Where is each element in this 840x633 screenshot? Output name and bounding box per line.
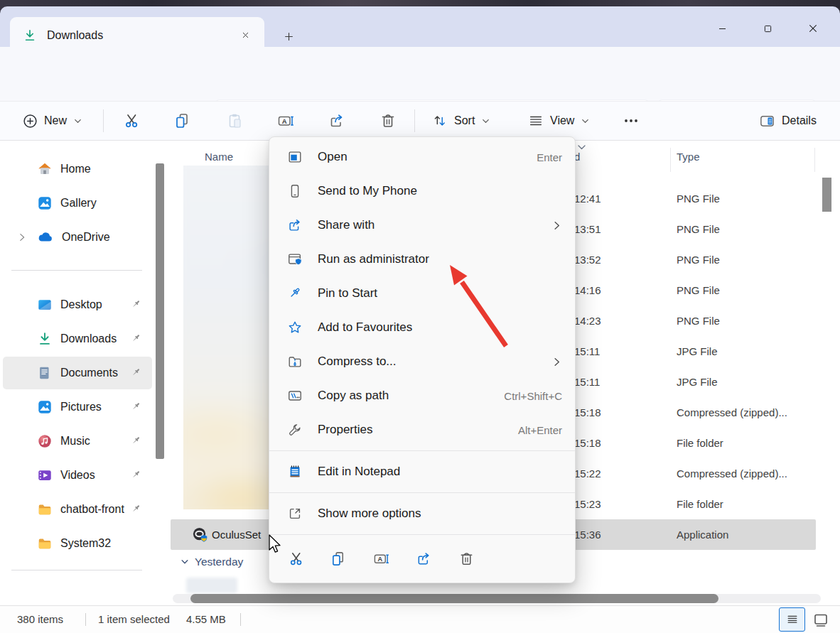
- pin-icon: [130, 435, 142, 447]
- selected-file-name: OculusSet: [212, 519, 261, 550]
- menu-shortcut: Enter: [537, 151, 562, 163]
- horizontal-scrollbar-thumb[interactable]: [190, 594, 718, 603]
- file-type: JPG File: [677, 367, 718, 397]
- pin-icon: [130, 367, 142, 379]
- sidebar-item-music[interactable]: Music: [3, 425, 152, 458]
- menu-label: Run as administrator: [318, 252, 429, 266]
- menu-label: Properties: [318, 423, 372, 437]
- sidebar-item-system32[interactable]: System32: [3, 527, 152, 560]
- menu-item-compress-to[interactable]: Compress to...: [269, 345, 575, 379]
- new-button[interactable]: New: [16, 107, 90, 135]
- column-header-type[interactable]: Type: [677, 151, 700, 163]
- sort-direction-icon: [577, 144, 586, 151]
- close-button[interactable]: [790, 13, 836, 44]
- view-label: View: [550, 114, 574, 127]
- cut-button[interactable]: [117, 107, 146, 135]
- rename-button[interactable]: [271, 107, 300, 135]
- sidebar-item-documents[interactable]: Documents: [3, 357, 152, 389]
- menu-item-show-more-options[interactable]: Show more options: [269, 497, 575, 531]
- sidebar-item-pictures[interactable]: Pictures: [3, 391, 152, 423]
- downloads-icon: [37, 331, 53, 347]
- sidebar-item-chatbot-front[interactable]: chatbot-front: [3, 493, 152, 526]
- sort-button[interactable]: Sort: [426, 107, 496, 135]
- close-icon: [807, 23, 819, 34]
- new-tab-button[interactable]: [279, 27, 298, 45]
- sidebar-label: Desktop: [60, 298, 102, 311]
- sidebar-item-downloads[interactable]: Downloads: [3, 323, 152, 355]
- menu-item-add-to-favourites[interactable]: Add to Favourites: [269, 310, 575, 345]
- sidebar-divider: [11, 270, 142, 271]
- menu-label: Add to Favourites: [318, 320, 412, 335]
- details-view-toggle[interactable]: [779, 607, 805, 632]
- menu-item-share-with[interactable]: Share with: [269, 208, 575, 242]
- menu-item-edit-in-notepad[interactable]: Edit in Notepad: [269, 455, 575, 489]
- more-icon: [623, 112, 640, 129]
- menu-item-run-as-administrator[interactable]: Run as administrator: [269, 242, 575, 276]
- copy-path-icon: [287, 388, 303, 404]
- delete-button[interactable]: [374, 107, 402, 135]
- partial-thumbnail: [186, 578, 237, 593]
- copy-button[interactable]: [317, 543, 360, 574]
- file-date: 12:41: [574, 183, 601, 214]
- column-separator[interactable]: [670, 148, 671, 172]
- pictures-icon: [37, 399, 53, 415]
- chevron-down-icon: [581, 117, 590, 126]
- pin-icon: [130, 332, 142, 345]
- vertical-scrollbar-thumb[interactable]: [822, 178, 831, 212]
- sidebar-label: Home: [60, 163, 91, 175]
- minimize-icon: [717, 23, 728, 34]
- expand-chevron-icon[interactable]: [17, 232, 27, 242]
- large-icons-view-toggle[interactable]: [811, 610, 831, 629]
- menu-item-open[interactable]: Open Enter: [269, 140, 575, 174]
- menu-separator: [269, 534, 575, 535]
- sidebar-item-gallery[interactable]: Gallery: [3, 187, 152, 220]
- tab-close-icon[interactable]: [236, 26, 254, 45]
- details-button[interactable]: Details: [753, 107, 822, 135]
- sidebar-label: System32: [60, 537, 111, 550]
- menu-item-copy-as-path[interactable]: Copy as path Ctrl+Shift+C: [269, 379, 575, 413]
- submenu-chevron-icon: [551, 220, 562, 231]
- file-type: Compressed (zipped)...: [677, 458, 787, 489]
- view-button[interactable]: View: [522, 107, 596, 135]
- share-button[interactable]: [323, 107, 351, 135]
- rename-icon: [373, 551, 389, 567]
- cut-button[interactable]: [274, 543, 317, 574]
- pin-icon: [130, 503, 142, 515]
- share-button[interactable]: [402, 543, 445, 574]
- sidebar-label: Music: [60, 435, 90, 448]
- sidebar-scrollbar[interactable]: [156, 163, 164, 459]
- rename-button[interactable]: [360, 543, 402, 574]
- status-bar: 380 items 1 item selected 4.55 MB: [0, 605, 840, 633]
- menu-label: Show more options: [318, 507, 421, 521]
- file-date: 15:18: [574, 397, 601, 428]
- sidebar-item-videos[interactable]: Videos: [3, 459, 152, 492]
- chevron-down-icon: [73, 117, 82, 126]
- menu-item-properties[interactable]: Properties Alt+Enter: [269, 413, 575, 447]
- copy-button[interactable]: [168, 107, 197, 135]
- videos-icon: [37, 467, 53, 483]
- column-header-name[interactable]: Name: [205, 151, 233, 163]
- submenu-chevron-icon: [551, 357, 562, 367]
- delete-button[interactable]: [445, 543, 488, 574]
- menu-shortcut: Alt+Enter: [518, 424, 562, 436]
- paste-icon: [226, 112, 243, 129]
- more-options-button[interactable]: [617, 107, 645, 135]
- minimize-button[interactable]: [699, 13, 745, 44]
- cut-icon: [288, 551, 304, 567]
- sidebar-item-onedrive[interactable]: OneDrive: [3, 221, 152, 254]
- tab-strip: Downloads: [0, 6, 840, 47]
- paste-button[interactable]: [220, 107, 249, 135]
- sidebar-label: Documents: [60, 367, 118, 379]
- column-separator[interactable]: [814, 148, 815, 172]
- maximize-button[interactable]: [745, 13, 790, 44]
- share-icon: [416, 551, 432, 567]
- group-header-yesterday[interactable]: Yesterday: [181, 553, 243, 570]
- sidebar-item-desktop[interactable]: Desktop: [3, 288, 152, 321]
- menu-item-pin-to-start[interactable]: Pin to Start: [269, 276, 575, 310]
- window-controls: [699, 13, 836, 44]
- sidebar-item-home[interactable]: Home: [3, 153, 152, 185]
- selection-size: 4.55 MB: [186, 606, 226, 632]
- onedrive-icon: [37, 229, 54, 246]
- menu-item-send-to-my-phone[interactable]: Send to My Phone: [269, 174, 575, 208]
- pin-outline-icon: [287, 286, 303, 301]
